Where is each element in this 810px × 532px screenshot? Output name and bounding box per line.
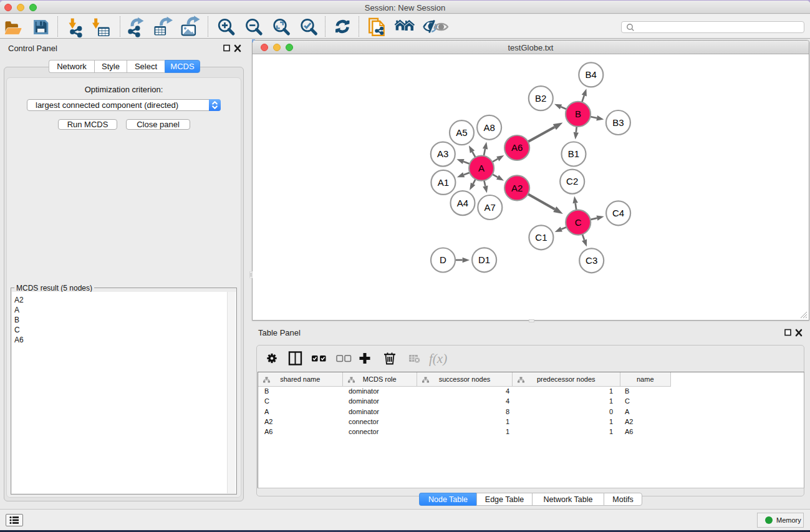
svg-text:D: D [440,254,446,265]
svg-text:B: B [575,109,581,119]
svg-text:f(x): f(x) [429,351,447,366]
svg-text:B1: B1 [568,148,579,159]
svg-text:B3: B3 [612,117,624,128]
svg-text:A7: A7 [485,202,496,213]
svg-text:C3: C3 [586,255,597,266]
svg-text:C1: C1 [535,232,547,243]
svg-text:A8: A8 [483,122,494,133]
svg-text:C2: C2 [566,176,578,186]
svg-text:D1: D1 [478,254,490,265]
svg-text:B4: B4 [586,69,597,80]
svg-text:A6: A6 [511,142,523,153]
svg-text:C: C [575,217,582,228]
svg-text:A5: A5 [456,127,467,138]
svg-text:A3: A3 [437,148,448,159]
svg-text:A1: A1 [438,177,449,188]
svg-text:A2: A2 [511,183,523,193]
svg-text:C4: C4 [612,208,624,218]
svg-text:A4: A4 [457,198,468,208]
svg-text:B2: B2 [535,93,546,104]
svg-text:A: A [478,163,485,173]
